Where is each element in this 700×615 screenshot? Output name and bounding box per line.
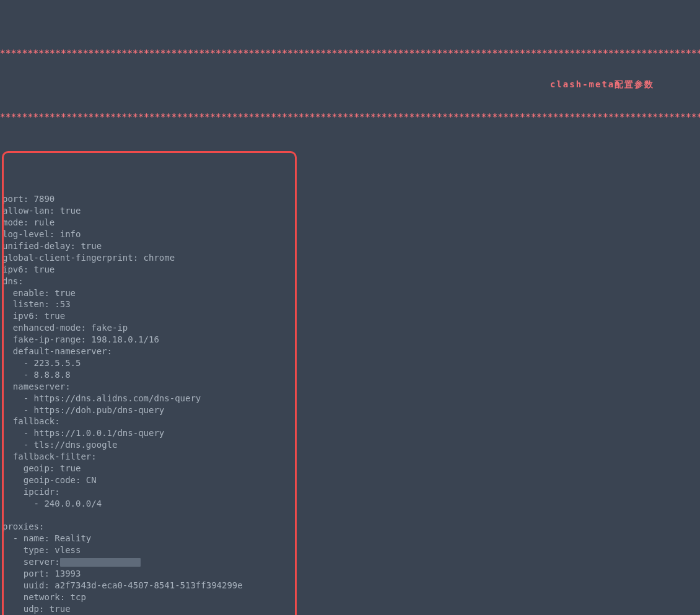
cfg-line: enable: true — [2, 288, 76, 298]
config-text-block: port: 7890 allow-lan: true mode: rule lo… — [0, 186, 700, 615]
cfg-line: dns: — [2, 276, 24, 286]
cfg-line: fallback: — [2, 416, 60, 426]
cfg-line: network: tcp — [2, 592, 86, 602]
cfg-line: ipv6: true — [2, 264, 55, 274]
cfg-line: unified-delay: true — [2, 241, 102, 251]
cfg-line: log-level: info — [2, 229, 81, 239]
cfg-line: uuid: a2f7343d-eca0-4507-8541-513ff39429… — [2, 580, 243, 590]
cfg-line: port: 7890 — [2, 194, 55, 204]
cfg-line: global-client-fingerprint: chrome — [2, 253, 175, 263]
cfg-line: - https://dns.alidns.com/dns-query — [2, 393, 201, 403]
cfg-line: ipv6: true — [2, 311, 65, 321]
cfg-line: nameserver: — [2, 382, 71, 391]
cfg-line: - tls://dns.google — [2, 440, 117, 450]
banner-stars-top: ****************************************… — [0, 47, 700, 59]
banner-stars-bottom: ****************************************… — [0, 111, 700, 123]
cfg-line: - 240.0.0.0/4 — [2, 499, 102, 508]
cfg-line: fallback-filter: — [2, 451, 97, 461]
cfg-line: ipcidr: — [2, 487, 60, 497]
cfg-line: default-nameserver: — [2, 346, 112, 356]
banner-title: clash-meta配置参数 — [0, 70, 700, 99]
cfg-line: geoip: true — [2, 463, 81, 473]
cfg-line: port: 13993 — [2, 569, 81, 578]
cfg-line: geoip-code: CN — [2, 475, 97, 485]
cfg-line: fake-ip-range: 198.18.0.1/16 — [2, 334, 159, 344]
cfg-line: - https://1.0.0.1/dns-query — [2, 428, 164, 438]
cfg-line: - name: Reality — [2, 533, 91, 543]
cfg-line: type: vless — [2, 545, 81, 555]
cfg-line: allow-lan: true — [2, 206, 81, 216]
cfg-line: proxies: — [2, 521, 44, 531]
cfg-line: enhanced-mode: fake-ip — [2, 323, 128, 333]
cfg-line: - https://doh.pub/dns-query — [2, 405, 164, 415]
cfg-line: server: — [2, 557, 60, 567]
cfg-line: - 223.5.5.5 — [2, 358, 81, 368]
config-container: port: 7890 allow-lan: true mode: rule lo… — [0, 151, 700, 615]
redacted-server — [60, 558, 141, 567]
cfg-line: - 8.8.8.8 — [2, 370, 71, 380]
cfg-line: udp: true — [2, 604, 71, 614]
cfg-line: mode: rule — [2, 217, 55, 227]
cfg-line: listen: :53 — [2, 299, 71, 309]
